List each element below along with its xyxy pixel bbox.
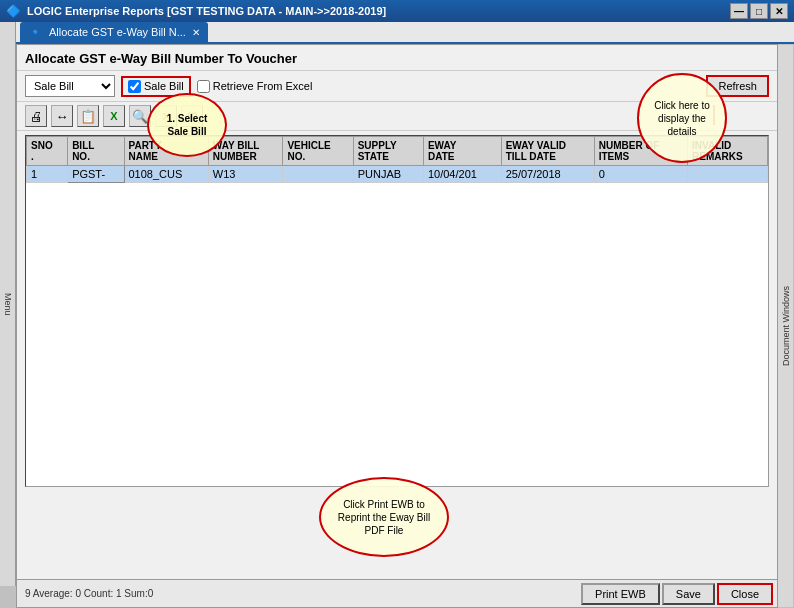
title-bar: 🔷 LOGIC Enterprise Reports [GST TESTING … bbox=[0, 0, 794, 22]
sale-bill-checkbox[interactable] bbox=[128, 80, 141, 93]
bubble-arrow-1 bbox=[713, 105, 715, 125]
col-vehicle-no: VEHICLENO. bbox=[283, 137, 353, 166]
sale-bill-checkbox-container[interactable]: Sale Bill bbox=[121, 76, 191, 97]
table-row[interactable]: 1 PGST- 0108_CUS W13 PUNJAB 10/04/201 25… bbox=[27, 166, 768, 183]
annotation-bubble-print: Click Print EWB toReprint the Eway BillP… bbox=[319, 477, 449, 557]
page-title: Allocate GST e-Way Bill Number To Vouche… bbox=[25, 51, 297, 66]
title-bar-left: 🔷 LOGIC Enterprise Reports [GST TESTING … bbox=[6, 4, 386, 18]
bill-type-dropdown[interactable]: Sale Bill bbox=[25, 75, 115, 97]
excel-icon-button[interactable]: X bbox=[103, 105, 125, 127]
main-tab[interactable]: 🔹 Allocate GST e-Way Bill N... ✕ bbox=[20, 22, 208, 42]
grid-icon-button[interactable]: ⊞ bbox=[181, 105, 203, 127]
toolbar-row: Sale Bill Sale Bill Retrieve From Excel … bbox=[17, 71, 777, 102]
cell-invalid-remarks bbox=[688, 166, 768, 183]
icon-bar: 🖨 ↔ 📋 X 🔍 ✕ ⊞ bbox=[17, 102, 777, 131]
cell-eway-valid: 25/07/2018 bbox=[501, 166, 594, 183]
close-button[interactable]: Close bbox=[717, 583, 773, 605]
col-supply-state: SUPPLYSTATE bbox=[353, 137, 423, 166]
main-window: Allocate GST e-Way Bill Number To Vouche… bbox=[16, 44, 778, 608]
title-bar-controls[interactable]: — □ ✕ bbox=[730, 3, 788, 19]
app-icon: 🔷 bbox=[6, 4, 21, 18]
tab-close-button[interactable]: ✕ bbox=[192, 27, 200, 38]
menu-sidebar: Menu bbox=[0, 22, 16, 586]
data-table-container: SNO. BILLNO. PARTYNAME WAY BILLNUMBER VE… bbox=[25, 135, 769, 487]
col-eway-valid: EWAY VALIDTILL DATE bbox=[501, 137, 594, 166]
col-eway-date: EWAYDATE bbox=[423, 137, 501, 166]
cell-supply-state: PUNJAB bbox=[353, 166, 423, 183]
minimize-button[interactable]: — bbox=[730, 3, 748, 19]
menu-label: Menu bbox=[3, 293, 13, 316]
window-title: LOGIC Enterprise Reports [GST TESTING DA… bbox=[27, 5, 386, 17]
print-icon-button[interactable]: 🖨 bbox=[25, 105, 47, 127]
tab-icon: 🔹 bbox=[28, 25, 43, 39]
cell-bill-no: PGST- bbox=[68, 166, 124, 183]
retrieve-excel-checkbox-container[interactable]: Retrieve From Excel bbox=[197, 80, 313, 93]
delete-icon-button[interactable]: ✕ bbox=[155, 105, 177, 127]
col-way-bill: WAY BILLNUMBER bbox=[208, 137, 283, 166]
cell-sno: 1 bbox=[27, 166, 68, 183]
status-bar: 9 Average: 0 Count: 1 Sum:0 Print EWB Sa… bbox=[17, 579, 777, 607]
col-party-name: PARTYNAME bbox=[124, 137, 208, 166]
document-windows-sidebar: Document Windows bbox=[777, 45, 793, 607]
col-num-items: NUMBER OFITEMS bbox=[594, 137, 687, 166]
retrieve-excel-checkbox[interactable] bbox=[197, 80, 210, 93]
data-table: SNO. BILLNO. PARTYNAME WAY BILLNUMBER VE… bbox=[26, 136, 768, 183]
print-ewb-button[interactable]: Print EWB bbox=[581, 583, 660, 605]
retrieve-excel-label: Retrieve From Excel bbox=[213, 80, 313, 92]
cell-vehicle-no bbox=[283, 166, 353, 183]
cell-party-name: 0108_CUS bbox=[124, 166, 208, 183]
columns-icon-button[interactable]: ↔ bbox=[51, 105, 73, 127]
col-invalid-remarks: INVALIDREMARKS bbox=[688, 137, 768, 166]
find-icon-button[interactable]: 🔍 bbox=[129, 105, 151, 127]
tab-label: Allocate GST e-Way Bill N... bbox=[49, 26, 186, 38]
status-info: 9 Average: 0 Count: 1 Sum:0 bbox=[21, 588, 153, 599]
cell-way-bill: W13 bbox=[208, 166, 283, 183]
cell-num-items: 0 bbox=[594, 166, 687, 183]
page-header: Allocate GST e-Way Bill Number To Vouche… bbox=[17, 45, 777, 71]
cell-eway-date: 10/04/201 bbox=[423, 166, 501, 183]
close-window-button[interactable]: ✕ bbox=[770, 3, 788, 19]
col-bill-no: BILLNO. bbox=[68, 137, 124, 166]
maximize-button[interactable]: □ bbox=[750, 3, 768, 19]
document-windows-label: Document Windows bbox=[781, 286, 791, 366]
col-sno: SNO. bbox=[27, 137, 68, 166]
copy-icon-button[interactable]: 📋 bbox=[77, 105, 99, 127]
sale-bill-label: Sale Bill bbox=[144, 80, 184, 92]
tab-bar: Menu 🔹 Allocate GST e-Way Bill N... ✕ bbox=[0, 22, 794, 44]
save-button[interactable]: Save bbox=[662, 583, 715, 605]
refresh-button[interactable]: Refresh bbox=[706, 75, 769, 97]
